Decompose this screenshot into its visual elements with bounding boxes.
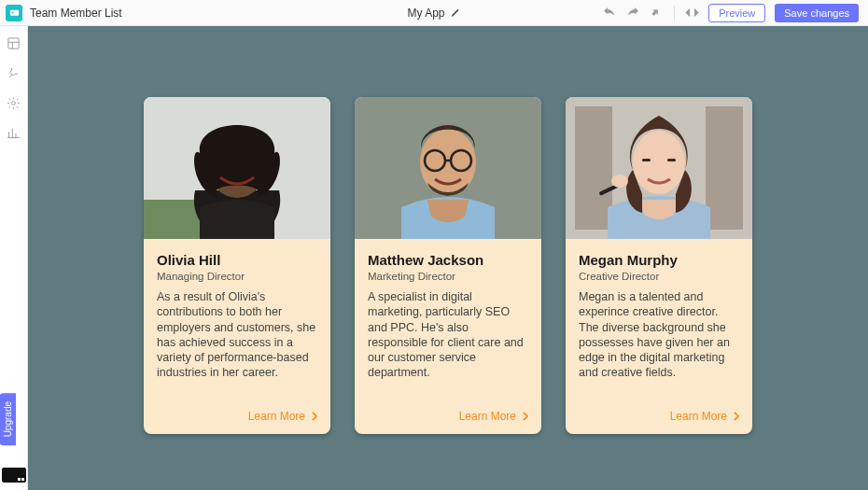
member-name: Matthew Jackson bbox=[368, 252, 528, 268]
team-card: Olivia Hill Managing Director As a resul… bbox=[144, 97, 330, 434]
chevron-right-icon bbox=[522, 412, 528, 421]
member-photo bbox=[355, 97, 541, 239]
page-title: Team Member List bbox=[30, 7, 122, 20]
team-card: Megan Murphy Creative Director Megan is … bbox=[566, 97, 752, 434]
member-photo bbox=[566, 97, 752, 239]
member-role: Creative Director bbox=[579, 271, 739, 282]
svg-point-21 bbox=[611, 175, 628, 188]
app-name-label: My App bbox=[407, 7, 444, 20]
svg-rect-16 bbox=[706, 106, 743, 230]
app-logo bbox=[6, 5, 22, 21]
chevron-right-icon bbox=[311, 412, 317, 421]
help-widget[interactable] bbox=[2, 468, 26, 483]
preview-button[interactable]: Preview bbox=[708, 4, 765, 22]
topbar: Team Member List My App Preview Save cha… bbox=[0, 0, 868, 26]
svg-rect-0 bbox=[9, 10, 18, 16]
learn-more-link[interactable]: Learn More bbox=[670, 410, 739, 423]
learn-more-label: Learn More bbox=[459, 410, 516, 423]
member-photo bbox=[144, 97, 330, 239]
app-name-editor[interactable]: My App bbox=[407, 7, 460, 20]
svg-rect-5 bbox=[144, 200, 200, 239]
learn-more-label: Learn More bbox=[248, 410, 305, 423]
learn-more-link[interactable]: Learn More bbox=[248, 410, 317, 423]
team-card-row: Olivia Hill Managing Director As a resul… bbox=[144, 97, 752, 434]
member-role: Marketing Director bbox=[368, 271, 528, 282]
plugin-icon[interactable] bbox=[7, 65, 21, 80]
team-card: Matthew Jackson Marketing Director A spe… bbox=[355, 97, 541, 434]
analytics-icon[interactable] bbox=[7, 125, 21, 140]
edit-icon bbox=[451, 7, 461, 18]
svg-point-3 bbox=[12, 101, 16, 105]
member-name: Megan Murphy bbox=[579, 252, 739, 268]
member-bio: As a result of Olivia's contributions to… bbox=[157, 289, 317, 397]
svg-rect-18 bbox=[642, 159, 651, 161]
share-button[interactable] bbox=[650, 6, 665, 21]
redo-button[interactable] bbox=[625, 6, 640, 21]
learn-more-link[interactable]: Learn More bbox=[459, 410, 528, 423]
chevron-right-icon bbox=[733, 412, 739, 421]
svg-point-17 bbox=[633, 131, 685, 194]
member-bio: A specialist in digital marketing, parti… bbox=[368, 289, 528, 397]
settings-icon[interactable] bbox=[7, 95, 21, 110]
member-bio: Megan is a talented and experince creati… bbox=[579, 289, 739, 397]
topbar-actions: Preview Save changes bbox=[601, 4, 859, 22]
save-button[interactable]: Save changes bbox=[775, 4, 859, 22]
svg-rect-2 bbox=[8, 37, 19, 48]
svg-rect-15 bbox=[575, 106, 612, 230]
member-role: Managing Director bbox=[157, 271, 317, 282]
svg-point-1 bbox=[11, 12, 13, 14]
divider bbox=[674, 6, 675, 21]
learn-more-label: Learn More bbox=[670, 410, 727, 423]
member-name: Olivia Hill bbox=[157, 252, 317, 268]
svg-point-10 bbox=[420, 129, 476, 196]
layout-icon[interactable] bbox=[7, 35, 21, 50]
undo-button[interactable] bbox=[601, 6, 616, 21]
upgrade-button[interactable]: Upgrade bbox=[0, 393, 16, 445]
code-view-button[interactable] bbox=[684, 6, 699, 21]
canvas: Olivia Hill Managing Director As a resul… bbox=[28, 26, 868, 490]
svg-rect-7 bbox=[217, 160, 226, 163]
svg-rect-8 bbox=[248, 160, 258, 163]
svg-rect-19 bbox=[667, 159, 676, 161]
